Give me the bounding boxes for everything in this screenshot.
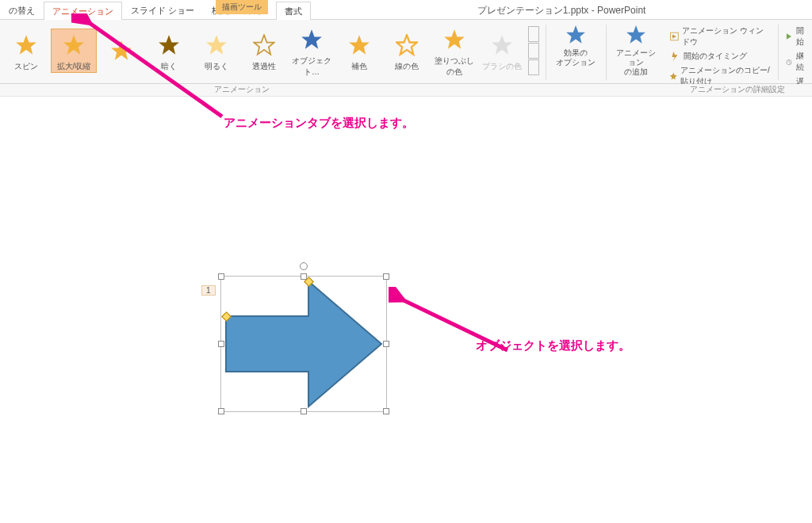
add-animation-button[interactable]: アニメーション の追加: [608, 21, 665, 83]
svg-marker-10: [492, 35, 512, 54]
resize-handle-e[interactable]: [383, 341, 389, 347]
resize-handle-nw[interactable]: [218, 273, 224, 280]
svg-marker-3: [159, 35, 179, 54]
tab-animations[interactable]: アニメーション: [44, 2, 122, 20]
effect-transparency[interactable]: 透過性: [241, 29, 287, 72]
tab-slideshow[interactable]: スライド ショー: [122, 1, 203, 19]
effect-lighten[interactable]: 明るく: [193, 29, 239, 72]
svg-marker-11: [566, 25, 585, 44]
gallery-scroll-down[interactable]: [528, 43, 539, 59]
contextual-tool-header: 描画ツール: [216, 0, 268, 14]
svg-marker-8: [396, 35, 417, 54]
animation-pane-button[interactable]: アニメーション ウィンドウ: [668, 25, 774, 48]
animation-order-tag[interactable]: 1: [201, 285, 216, 296]
rotation-handle[interactable]: [300, 262, 308, 270]
svg-marker-20: [226, 281, 381, 407]
svg-marker-14: [672, 35, 676, 39]
resize-handle-se[interactable]: [383, 408, 389, 414]
ribbon: スピン 拡大/収縮 暗く 明るく 透過性 オブジェクト… 補色 線の色 塗りつぶ…: [0, 20, 812, 84]
svg-marker-9: [444, 29, 465, 48]
resize-handle-s[interactable]: [301, 408, 307, 414]
svg-marker-5: [254, 35, 274, 54]
effect-options-button[interactable]: 効果の オプション: [548, 21, 604, 83]
annotation-text-object: オブジェクトを選択します。: [476, 338, 630, 353]
svg-marker-2: [111, 40, 132, 59]
timing-list: 開始 継続 遅延: [780, 21, 812, 83]
tab-replace[interactable]: の替え: [0, 1, 44, 19]
slide-canvas[interactable]: アニメーションタブを選択します。 1 オブジェクトを選択します。: [0, 97, 812, 523]
effect-brushcolor[interactable]: ブラシの色: [479, 29, 525, 72]
gallery-expand[interactable]: [528, 59, 539, 75]
svg-marker-1: [63, 35, 84, 54]
animation-gallery: スピン 拡大/収縮 暗く 明るく 透過性 オブジェクト… 補色 線の色 塗りつぶ…: [0, 21, 544, 80]
effect-complementary[interactable]: 補色: [336, 29, 382, 72]
resize-handle-ne[interactable]: [383, 273, 389, 280]
effect-3[interactable]: [98, 35, 144, 67]
svg-marker-16: [787, 33, 791, 39]
svg-marker-15: [669, 72, 676, 79]
advanced-animation-list: アニメーション ウィンドウ 開始のタイミング アニメーションのコピー/貼り付け: [665, 21, 777, 83]
effect-spin[interactable]: スピン: [3, 29, 49, 72]
effect-fillcolor[interactable]: 塗りつぶしの色: [431, 24, 477, 78]
svg-marker-6: [301, 29, 322, 48]
resize-handle-sw[interactable]: [218, 408, 224, 414]
svg-marker-12: [626, 25, 645, 44]
timing-start[interactable]: 開始: [783, 25, 809, 48]
annotation-text-tab: アニメーションタブを選択します。: [224, 116, 414, 131]
timing-duration[interactable]: 継続: [783, 50, 809, 74]
tab-format[interactable]: 書式: [276, 2, 311, 20]
effect-growshrink[interactable]: 拡大/収縮: [51, 29, 97, 73]
svg-marker-7: [349, 35, 370, 54]
selected-shape[interactable]: [220, 276, 387, 412]
gallery-scroll-up[interactable]: [528, 26, 539, 42]
annotation-arrow-2: [389, 287, 531, 366]
effect-objectcolor[interactable]: オブジェクト…: [289, 24, 335, 78]
effect-linecolor[interactable]: 線の色: [384, 29, 430, 72]
title-bar: プレゼンテーション1.pptx - PowerPoint: [311, 2, 812, 19]
svg-marker-0: [16, 35, 36, 54]
effect-darken[interactable]: 暗く: [146, 29, 192, 72]
group-label-animation: アニメーション: [214, 84, 270, 95]
resize-handle-w[interactable]: [218, 341, 224, 347]
group-label-advanced: アニメーションの詳細設定: [690, 84, 785, 95]
svg-marker-4: [206, 35, 227, 54]
arrow-right-shape: [221, 277, 386, 411]
trigger-button[interactable]: 開始のタイミング: [668, 50, 774, 63]
ribbon-tabs: の替え アニメーション スライド ショー 校閲 表示 書式 プレゼンテーション1…: [0, 0, 812, 20]
